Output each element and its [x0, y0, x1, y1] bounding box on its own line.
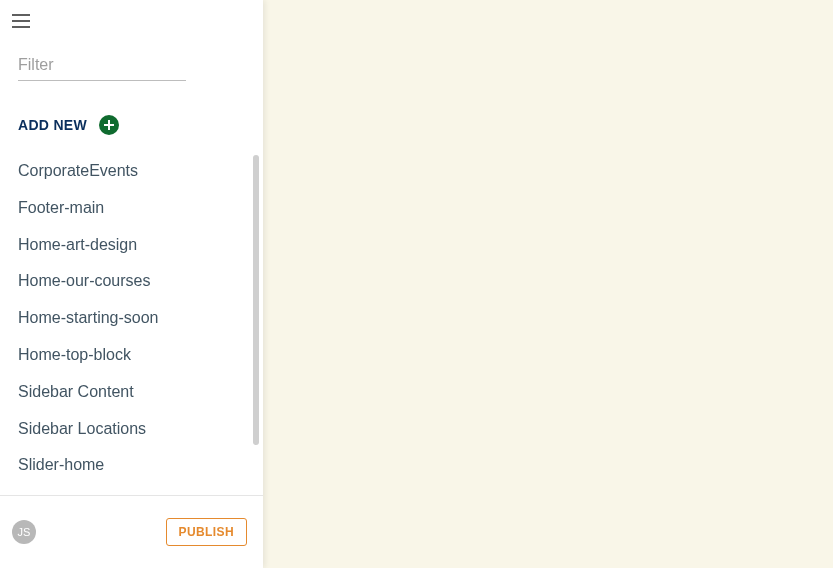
list-item[interactable]: Sidebar Locations	[18, 411, 245, 448]
plus-icon	[103, 119, 115, 131]
list-item[interactable]: Sidebar Content	[18, 374, 245, 411]
add-new-button[interactable]	[99, 115, 119, 135]
list-item[interactable]: Home-our-courses	[18, 263, 245, 300]
item-list-container: CorporateEvents Footer-main Home-art-des…	[0, 153, 263, 495]
add-new-label: ADD NEW	[18, 117, 87, 133]
filter-container	[0, 28, 263, 81]
list-item[interactable]: Footer-main	[18, 190, 245, 227]
list-item[interactable]: Slider-home	[18, 447, 245, 484]
list-item[interactable]: Home-starting-soon	[18, 300, 245, 337]
hamburger-menu-icon[interactable]	[12, 14, 30, 28]
publish-button[interactable]: PUBLISH	[166, 518, 247, 546]
main-content-area	[263, 0, 833, 568]
item-list: CorporateEvents Footer-main Home-art-des…	[0, 153, 263, 484]
filter-input[interactable]	[18, 50, 186, 81]
scrollbar-thumb[interactable]	[253, 155, 259, 445]
list-item[interactable]: Home-art-design	[18, 227, 245, 264]
list-item[interactable]: CorporateEvents	[18, 153, 245, 190]
add-new-row: ADD NEW	[0, 81, 263, 135]
list-item[interactable]: Home-top-block	[18, 337, 245, 374]
avatar[interactable]: JS	[12, 520, 36, 544]
sidebar: ADD NEW CorporateEvents Footer-main Home…	[0, 0, 263, 568]
sidebar-top-bar	[0, 0, 263, 28]
sidebar-footer: JS PUBLISH	[0, 495, 263, 568]
